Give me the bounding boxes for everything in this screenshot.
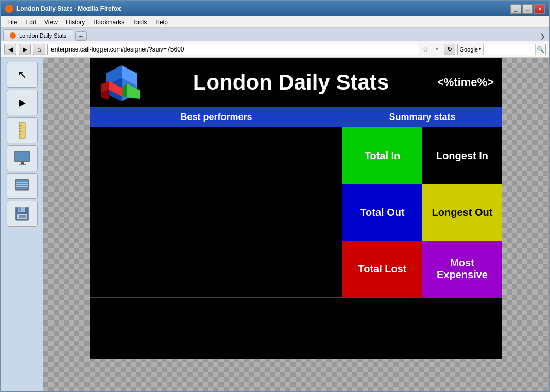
web-page: London Daily Stats <%time%> Best perform… — [90, 58, 502, 359]
sidebar-tool-save[interactable] — [7, 201, 38, 227]
sidebar-tool-cursor[interactable]: ↖ — [7, 62, 38, 88]
browser-icon — [5, 5, 13, 13]
close-button[interactable]: ✕ — [534, 4, 545, 14]
search-engine-dropdown-icon: ▾ — [479, 47, 481, 52]
page-title: London Daily Stats — [145, 70, 437, 95]
address-bar: ◀ ▶ ⌂ ☆ ▾ ↻ Google ▾ 🔍 — [1, 41, 549, 58]
longest-in-cell: Longest In — [422, 127, 502, 184]
best-performers-header: Best performers — [90, 107, 342, 127]
search-engine-selector[interactable]: Google ▾ — [458, 44, 484, 55]
svg-rect-8 — [19, 164, 26, 165]
page-header: London Daily Stats <%time%> — [90, 58, 502, 107]
new-tab-button[interactable]: + — [75, 31, 87, 41]
list-icon — [14, 178, 30, 194]
sidebar: ↖ ▶ — [1, 58, 43, 391]
tab-favicon — [10, 32, 16, 39]
menu-view[interactable]: View — [40, 18, 62, 27]
bottom-bar — [90, 297, 502, 359]
total-out-label: Total Out — [360, 207, 404, 218]
content-area: ↖ ▶ — [1, 58, 549, 391]
logo-cubes — [98, 63, 145, 101]
svg-rect-7 — [21, 162, 24, 164]
best-performers-panel — [90, 127, 342, 297]
total-in-cell: Total In — [342, 127, 422, 184]
search-go-button[interactable]: 🔍 — [535, 44, 545, 55]
menu-bookmarks[interactable]: Bookmarks — [89, 18, 128, 27]
browser-window: London Daily Stats - Mozilla Firefox _ □… — [0, 0, 550, 392]
total-lost-label: Total Lost — [358, 263, 406, 275]
search-input[interactable] — [484, 44, 535, 55]
svg-rect-19 — [19, 215, 26, 218]
minimize-button[interactable]: _ — [510, 4, 521, 14]
total-in-label: Total In — [365, 150, 401, 162]
main-grid: Total In Longest In Total Out Longest Ou… — [90, 127, 502, 297]
save-icon — [14, 206, 30, 221]
menu-tools[interactable]: Tools — [128, 18, 151, 27]
bookmark-star-icon[interactable]: ☆ — [421, 45, 431, 54]
svg-rect-6 — [15, 152, 29, 161]
forward-button[interactable]: ▶ — [19, 44, 31, 55]
svg-rect-16 — [18, 207, 25, 212]
search-box: Google ▾ 🔍 — [457, 44, 546, 55]
sidebar-tool-list[interactable] — [7, 173, 38, 199]
active-tab[interactable]: London Daily Stats — [3, 29, 73, 41]
most-expensive-cell: Most Expensive — [422, 241, 502, 297]
page-time: <%time%> — [437, 76, 494, 89]
menu-bar: File Edit View History Bookmarks Tools H… — [1, 16, 549, 28]
summary-stats-header: Summary stats — [342, 107, 502, 127]
title-bar: London Daily Stats - Mozilla Firefox _ □… — [1, 1, 549, 16]
total-out-cell: Total Out — [342, 184, 422, 241]
ruler-icon — [15, 121, 29, 140]
tab-bar: London Daily Stats + ❯ — [1, 28, 549, 41]
web-viewport: London Daily Stats <%time%> Best perform… — [43, 58, 549, 391]
menu-edit[interactable]: Edit — [21, 18, 40, 27]
monitor-icon — [13, 150, 31, 166]
summary-stats-panel: Total In Longest In Total Out Longest Ou… — [342, 127, 502, 297]
refresh-button[interactable]: ↻ — [444, 44, 455, 55]
most-expensive-label: Most Expensive — [427, 257, 497, 281]
back-button[interactable]: ◀ — [4, 44, 16, 55]
window-title: London Daily Stats - Mozilla Firefox — [16, 5, 507, 12]
longest-out-label: Longest Out — [432, 207, 493, 218]
longest-out-cell: Longest Out — [422, 184, 502, 241]
dropdown-icon[interactable]: ▾ — [433, 45, 442, 54]
svg-rect-17 — [19, 207, 21, 211]
menu-help[interactable]: Help — [151, 18, 172, 27]
title-bar-buttons: _ □ ✕ — [510, 4, 545, 14]
home-button[interactable]: ⌂ — [33, 44, 45, 55]
longest-in-label: Longest In — [436, 150, 488, 162]
sidebar-tool-monitor[interactable] — [7, 145, 38, 171]
search-engine-label: Google — [460, 46, 478, 53]
svg-rect-0 — [19, 122, 25, 139]
tab-label: London Daily Stats — [19, 32, 66, 39]
tab-scroll: ❯ — [538, 32, 547, 41]
menu-file[interactable]: File — [3, 18, 21, 27]
sidebar-tool-play[interactable]: ▶ — [7, 90, 38, 115]
url-input[interactable] — [47, 44, 419, 55]
section-headers: Best performers Summary stats — [90, 107, 502, 127]
maximize-button[interactable]: □ — [522, 4, 533, 14]
total-lost-cell: Total Lost — [342, 241, 422, 297]
menu-history[interactable]: History — [62, 18, 89, 27]
sidebar-tool-ruler[interactable] — [7, 117, 38, 143]
